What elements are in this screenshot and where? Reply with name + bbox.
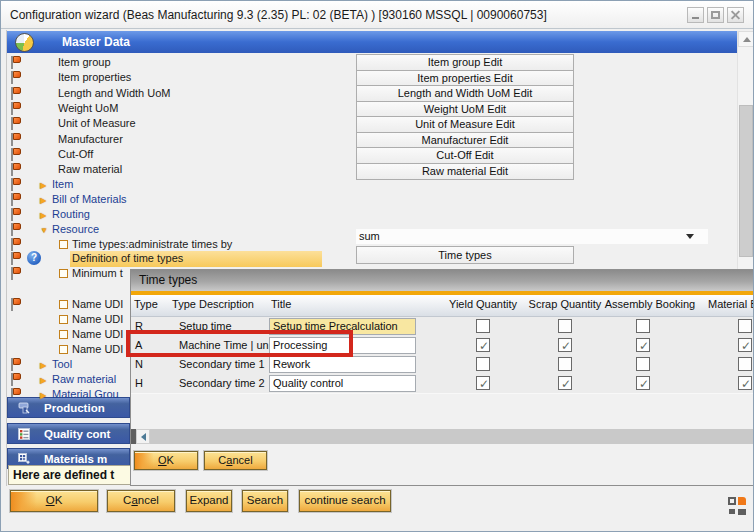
tree-item-label: Time types:administrate times by [72,237,232,252]
scrollbar-track[interactable] [150,429,753,444]
table-row-secondary-time-2[interactable]: H Secondary time 2 Quality control [131,374,753,394]
scroll-left-icon[interactable] [136,429,150,444]
chevron-right-icon[interactable]: ▶ [40,388,46,403]
assembly-booking-checkbox[interactable] [636,319,650,333]
chevron-right-icon[interactable]: ▶ [40,193,46,208]
chevron-right-icon[interactable]: ▶ [40,178,46,193]
materials-icon [17,452,31,466]
time-types-button[interactable]: Time types [356,246,574,264]
tree-item-item-group[interactable]: Item group [7,55,352,71]
tree-item-manufacturer[interactable]: Manufacturer [7,132,352,148]
ok-button[interactable]: OK [10,490,98,512]
tree-item-definition-of-time-types[interactable]: ? Definition of time types [7,251,352,267]
flag-icon [10,87,23,100]
section-label: Materials m [44,453,107,465]
assembly-booking-checkbox[interactable] [636,338,650,352]
column-header-type-description[interactable]: Type Description [153,298,273,310]
administrate-times-dropdown[interactable]: sum [356,229,708,244]
tree-item-item-properties[interactable]: Item properties [7,70,352,86]
weight-uom-edit-button[interactable]: Weight UoM Edit [356,101,574,118]
horizontal-scrollbar[interactable] [131,429,753,444]
chevron-right-icon[interactable]: ▶ [40,358,46,373]
tree-checkbox[interactable] [59,330,68,339]
scrap-quantity-checkbox[interactable] [558,357,572,371]
material-booking-checkbox[interactable] [738,338,752,352]
dialog-title[interactable]: Time types [131,270,753,291]
tree-branch-routing[interactable]: ▶Routing [7,207,352,223]
cell-title[interactable]: Rework [269,356,416,373]
yield-quantity-checkbox[interactable] [476,376,490,390]
yield-quantity-checkbox[interactable] [476,319,490,333]
chevron-right-icon[interactable]: ▶ [40,208,46,223]
scrollbar-thumb[interactable] [739,105,753,257]
column-header-scrap-quantity[interactable]: Scrap Quantity [525,298,605,310]
scroll-up-icon[interactable] [738,31,754,47]
tree-branch-resource[interactable]: ▼Resource [7,222,352,238]
master-data-header[interactable]: Master Data [7,31,737,53]
flag-icon [10,148,23,161]
expand-button[interactable]: Expand [186,490,232,512]
tree-item-length-width-uom[interactable]: Length and Width UoM [7,86,352,102]
item-properties-edit-button[interactable]: Item properties Edit [356,70,574,87]
tree-item-label: Length and Width UoM [58,86,171,101]
tree-checkbox[interactable] [59,345,68,354]
tree-checkbox[interactable] [59,269,68,278]
material-booking-checkbox[interactable] [738,357,752,371]
item-group-edit-button[interactable]: Item group Edit [356,54,574,71]
cancel-button[interactable]: Cancel [107,490,175,512]
unit-of-measure-edit-button[interactable]: Unit of Measure Edit [356,116,574,133]
dropdown-arrow-icon[interactable] [686,234,694,239]
yield-quantity-checkbox[interactable] [476,338,490,352]
tree-item-raw-material[interactable]: Raw material [7,162,352,178]
tree-item-cut-off[interactable]: Cut-Off [7,147,352,163]
cell-type: N [135,355,143,373]
column-header-title[interactable]: Title [271,298,291,310]
search-button[interactable]: Search [242,490,288,512]
tree-item-label: Item group [58,55,111,70]
close-icon[interactable] [727,7,744,23]
scrap-quantity-checkbox[interactable] [558,338,572,352]
cell-type: H [135,374,143,392]
flag-icon [10,267,23,280]
tree-checkbox[interactable] [59,240,68,249]
chevron-down-icon[interactable]: ▼ [40,223,48,238]
continue-search-button[interactable]: continue search [299,490,391,512]
raw-material-edit-button[interactable]: Raw material Edit [356,163,574,180]
material-booking-checkbox[interactable] [738,319,752,333]
tree-item-label: Material Grou [52,387,119,402]
tree-branch-item[interactable]: ▶Item [7,177,352,193]
column-header-yield-quantity[interactable]: Yield Quantity [443,298,523,310]
tree-item-label: Weight UoM [58,101,118,116]
manufacturer-edit-button[interactable]: Manufacturer Edit [356,132,574,149]
minimize-icon[interactable] [687,7,704,23]
cell-title[interactable]: Quality control [269,375,416,392]
yield-quantity-checkbox[interactable] [476,357,490,371]
help-icon[interactable]: ? [27,251,41,265]
cut-off-edit-button[interactable]: Cut-Off Edit [356,147,574,164]
assembly-booking-checkbox[interactable] [636,376,650,390]
maximize-icon[interactable] [707,7,724,23]
title-bar: Configuration wizard (Beas Manufacturing… [1,1,753,29]
vertical-scrollbar[interactable] [737,31,754,269]
tree-item-unit-of-measure[interactable]: Unit of Measure [7,116,352,132]
tree-checkbox[interactable] [59,300,68,309]
tree-item-label: Bill of Materials [52,192,127,207]
tree-item-weight-uom[interactable]: Weight UoM [7,101,352,117]
column-header-assembly-booking[interactable]: Assembly Booking [595,298,705,310]
tree-branch-bill-of-materials[interactable]: ▶Bill of Materials [7,192,352,208]
column-header-material-booking[interactable]: Material Bo [708,298,754,310]
chevron-right-icon[interactable]: ▶ [40,373,46,388]
length-width-uom-edit-button[interactable]: Length and Width UoM Edit [356,85,574,102]
table-row-secondary-time-1[interactable]: N Secondary time 1 Rework [131,355,753,375]
section-quality-control[interactable]: Quality cont [7,423,130,444]
tree-checkbox[interactable] [59,315,68,324]
dialog-ok-button[interactable]: OK [134,451,198,470]
material-booking-checkbox[interactable] [738,376,752,390]
scrap-quantity-checkbox[interactable] [558,319,572,333]
pie-chart-icon [15,33,34,52]
time-types-dialog: Time types Type Type Description Title Y… [130,269,754,486]
scrap-quantity-checkbox[interactable] [558,376,572,390]
dialog-cancel-button[interactable]: Cancel [204,451,267,470]
assembly-booking-checkbox[interactable] [636,357,650,371]
flag-icon [10,298,23,311]
